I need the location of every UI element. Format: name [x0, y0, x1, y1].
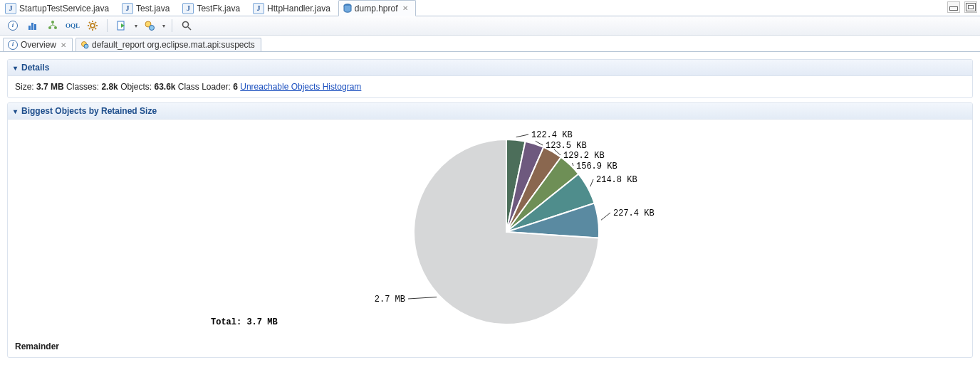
dominator-tree-button[interactable]	[44, 17, 61, 34]
biggest-objects-body: 122.4 KB123.5 KB129.2 KB156.9 KB214.8 KB…	[8, 120, 972, 357]
biggest-objects-section-header[interactable]: ▾ Biggest Objects by Retained Size	[8, 103, 972, 120]
retained-size-chart: 122.4 KB123.5 KB129.2 KB156.9 KB214.8 KB…	[15, 125, 965, 339]
details-section-header[interactable]: ▾ Details	[8, 60, 972, 76]
pie-chart-svg: 122.4 KB123.5 KB129.2 KB156.9 KB214.8 KB…	[15, 125, 962, 332]
svg-line-14	[89, 28, 90, 30]
oql-button[interactable]: OQL	[64, 17, 81, 34]
editor-tab-test[interactable]: J Test.java	[117, 0, 177, 16]
search-icon	[181, 20, 192, 31]
view-tab-overview[interactable]: i Overview ✕	[3, 38, 73, 51]
overview-button[interactable]: i	[4, 17, 21, 34]
svg-point-4	[51, 21, 54, 23]
view-tab-label: Overview	[21, 40, 56, 50]
java-file-icon: J	[122, 3, 133, 14]
remainder-label: Remainder	[15, 341, 965, 351]
classloader-value: 6	[233, 82, 238, 92]
svg-point-23	[84, 44, 88, 48]
minimize-view-button[interactable]	[947, 1, 960, 13]
editor-tab-startup[interactable]: J StartupTestService.java	[0, 0, 117, 16]
editor-tab-label: dump.hprof	[355, 4, 398, 14]
toolbar-separator	[172, 19, 172, 32]
toolbar-separator	[107, 19, 108, 32]
heap-dump-icon	[343, 4, 352, 14]
java-file-icon: J	[5, 3, 16, 14]
classes-value: 2.8k	[101, 82, 118, 92]
histogram-icon	[27, 20, 38, 31]
objects-label: Objects:	[120, 82, 152, 92]
editor-tab-testfk[interactable]: J TestFk.java	[177, 0, 248, 16]
svg-rect-2	[31, 23, 33, 30]
dropdown-arrow-icon[interactable]: ▾	[133, 18, 138, 33]
size-label: Size:	[15, 82, 34, 92]
close-icon[interactable]: ✕	[61, 41, 66, 49]
java-file-icon: J	[182, 3, 194, 14]
pie-slice-label: 214.8 KB	[596, 175, 637, 185]
unreachable-histogram-link[interactable]: Unreachable Objects Histogram	[240, 82, 361, 92]
svg-line-28	[590, 179, 593, 186]
classes-label: Classes:	[66, 82, 99, 92]
pie-slice-label: 122.4 KB	[531, 130, 573, 140]
svg-point-20	[183, 22, 189, 28]
svg-line-12	[89, 22, 90, 23]
dominator-tree-icon	[47, 20, 58, 31]
view-tab-suspects-report[interactable]: default_report org.eclipse.mat.api:suspe…	[75, 38, 261, 51]
editor-tab-label: StartupTestService.java	[19, 4, 109, 14]
close-icon[interactable]: ✕	[402, 4, 408, 12]
editor-tabs-bar: J StartupTestService.java J Test.java J …	[0, 0, 980, 16]
svg-rect-3	[34, 24, 36, 30]
size-value: 3.7 MB	[36, 82, 64, 92]
section-title: Details	[21, 63, 49, 73]
dropdown-arrow-icon[interactable]: ▾	[161, 18, 166, 33]
classloader-label: Class Loader:	[178, 82, 231, 92]
svg-line-27	[573, 163, 573, 166]
editor-tab-label: HttpHandler.java	[267, 4, 330, 14]
query-tools-icon	[144, 20, 155, 31]
mat-toolbar: i OQL ▾ ▾	[0, 16, 980, 36]
pie-slice-label: 156.9 KB	[576, 161, 617, 171]
view-tab-label: default_report org.eclipse.mat.api:suspe…	[92, 40, 255, 50]
twisty-icon: ▾	[14, 64, 17, 72]
maximize-view-button[interactable]	[964, 1, 977, 13]
svg-point-5	[48, 26, 51, 29]
pie-slice-label: 227.4 KB	[613, 208, 655, 218]
view-tabs-bar: i Overview ✕ default_report org.eclipse.…	[0, 36, 980, 52]
svg-line-30	[408, 297, 437, 299]
info-icon: i	[8, 21, 18, 31]
find-button[interactable]	[178, 17, 195, 34]
run-report-button[interactable]	[113, 17, 130, 34]
details-body: Size: 3.7 MB Classes: 2.8k Objects: 63.6…	[8, 76, 972, 97]
svg-line-24	[516, 134, 528, 137]
oql-icon: OQL	[66, 22, 80, 29]
query-browser-button[interactable]	[141, 17, 158, 34]
gear-icon	[87, 20, 98, 31]
svg-rect-1	[28, 26, 31, 30]
svg-point-19	[150, 26, 155, 31]
report-icon	[80, 41, 89, 49]
overview-page: ▾ Details Size: 3.7 MB Classes: 2.8k Obj…	[0, 52, 980, 372]
info-icon: i	[8, 40, 18, 50]
pie-slice-label: 129.2 KB	[563, 151, 605, 161]
section-title: Biggest Objects by Retained Size	[21, 106, 157, 116]
svg-line-13	[95, 28, 97, 30]
svg-line-29	[601, 213, 610, 220]
editor-tab-dump-hprof[interactable]: dump.hprof ✕	[338, 0, 416, 16]
pie-slice-label: 2.7 MB	[375, 295, 405, 304]
biggest-objects-section: ▾ Biggest Objects by Retained Size 122.4…	[7, 102, 973, 358]
run-report-icon	[116, 20, 127, 31]
details-section: ▾ Details Size: 3.7 MB Classes: 2.8k Obj…	[7, 59, 973, 98]
svg-point-6	[54, 26, 57, 29]
java-file-icon: J	[253, 3, 264, 14]
twisty-icon: ▾	[14, 107, 17, 115]
pie-slice-label: 123.5 KB	[546, 141, 587, 151]
editor-tab-httphandler[interactable]: J HttpHandler.java	[248, 0, 338, 16]
view-window-controls	[947, 1, 977, 13]
editor-tab-label: TestFk.java	[197, 4, 240, 14]
svg-line-15	[95, 22, 97, 23]
chart-total-label: Total: 3.7 MB	[211, 317, 278, 327]
editor-tab-label: Test.java	[136, 4, 170, 14]
histogram-button[interactable]	[24, 17, 41, 34]
objects-value: 63.6k	[154, 82, 175, 92]
svg-line-21	[188, 27, 191, 30]
thread-overview-button[interactable]	[84, 17, 101, 34]
svg-point-7	[90, 23, 95, 28]
